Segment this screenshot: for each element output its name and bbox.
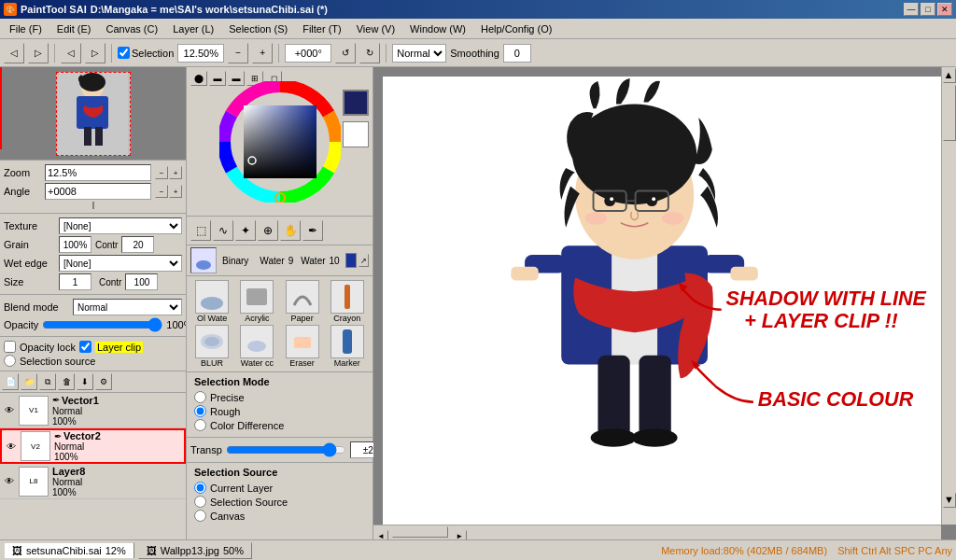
canvas-radio[interactable] (194, 510, 206, 522)
eyedropper-tool[interactable]: ✒ (302, 220, 323, 241)
brush-ol-water[interactable]: Ol Wate (190, 280, 233, 323)
tool-btn-2[interactable]: ▷ (28, 43, 49, 63)
selection-source-label: Selection source (20, 356, 95, 367)
layer-item-vector1[interactable]: 👁 V1 ✒ Vector1 Normal 100% (0, 393, 186, 428)
grain-contr-input[interactable] (121, 236, 154, 253)
menu-canvas[interactable]: Canvas (C) (99, 21, 166, 36)
tab-setsuna[interactable]: 🖼 setsunaChibi.sai 12% (4, 542, 134, 558)
new-folder-btn[interactable]: 📁 (21, 373, 37, 390)
zoom-inc-btn[interactable]: + (169, 166, 182, 179)
titlebar-left: 🎨 PaintTool SAI D:\Mangaka = me\SAI's wo… (4, 3, 328, 16)
scroll-thumb-h[interactable] (392, 526, 448, 538)
brush-expand-btn[interactable]: ↗ (358, 254, 369, 267)
contr-label: Contr (99, 277, 121, 287)
opacity-slider[interactable] (42, 317, 162, 332)
layer-eye-vector2[interactable]: 👁 (4, 439, 19, 454)
toolbar-separator-4 (386, 44, 387, 63)
precise-radio[interactable] (194, 391, 206, 403)
menu-filter[interactable]: Filter (T) (295, 21, 349, 36)
maximize-button[interactable]: □ (921, 3, 935, 16)
contr-input[interactable] (125, 273, 158, 290)
layer-delete-btn[interactable]: 🗑 (58, 373, 75, 390)
layer-opacity-vector2: 100% (54, 452, 101, 462)
magic-wand-tool[interactable]: ✦ (235, 220, 256, 241)
angle-inc-btn[interactable]: + (169, 185, 182, 198)
brush-crayon[interactable]: Crayon (326, 280, 369, 323)
zoom-plus-btn[interactable]: + (252, 43, 273, 63)
marquee-tool[interactable]: ⬚ (190, 220, 211, 241)
brush-acrylic[interactable]: Acrylic (235, 280, 278, 323)
opacity-lock-checkbox[interactable] (4, 341, 16, 353)
color-diff-radio[interactable] (194, 419, 206, 431)
selection-source-radio[interactable] (4, 355, 16, 367)
menu-edit[interactable]: Edit (E) (49, 21, 99, 36)
menu-help[interactable]: Help/Config (O) (473, 21, 559, 36)
tool-btn-4[interactable]: ▷ (85, 43, 105, 63)
canvas-content[interactable]: SHADOW WITH LINE + LAYER CLIP !! BASIC C… (383, 77, 941, 525)
size-input[interactable] (59, 273, 91, 290)
menu-selection[interactable]: Selection (S) (221, 21, 295, 36)
layer-settings-btn[interactable]: ⚙ (95, 373, 112, 390)
current-layer-radio[interactable] (194, 482, 206, 494)
scroll-up-btn[interactable]: ▲ (943, 68, 956, 83)
transp-slider[interactable] (226, 442, 346, 457)
smoothing-input[interactable] (503, 44, 531, 63)
mode-select[interactable]: Normal (392, 44, 446, 63)
sel-source-radio[interactable] (194, 496, 206, 508)
blend-mode-select[interactable]: Normal (73, 299, 182, 315)
wet-edge-select[interactable]: [None] (59, 255, 182, 272)
background-color[interactable] (343, 121, 369, 147)
brush-eraser[interactable]: Eraser (281, 325, 324, 368)
color-wheel-svg[interactable] (219, 81, 341, 203)
zoom-dec-btn[interactable]: − (155, 166, 168, 179)
brush-marker[interactable]: Marker (326, 325, 369, 368)
tab-wallpp[interactable]: 🖼 Wallpp13.jpg 50% (138, 542, 252, 559)
rough-radio[interactable] (194, 405, 206, 417)
angle-input[interactable] (285, 44, 331, 63)
hand-tool[interactable]: ✋ (280, 220, 301, 241)
brush-type-buttons: Binary Water 9 Water 10 (218, 256, 344, 266)
brush-paper[interactable]: Paper (281, 280, 324, 323)
rotate-ccw-btn[interactable]: ↺ (335, 43, 356, 63)
minimize-button[interactable]: — (904, 3, 919, 16)
menu-window[interactable]: Window (W) (402, 21, 473, 36)
tool-btn-3[interactable]: ◁ (61, 43, 81, 63)
color-wheel-btn[interactable]: ⬤ (190, 71, 207, 86)
close-button[interactable]: ✕ (937, 3, 952, 16)
brush-blur[interactable]: BLUR (190, 325, 233, 368)
selection-value-input[interactable] (177, 44, 224, 63)
tool-btn-1[interactable]: ◁ (4, 43, 24, 63)
layer-eye-layer8[interactable]: 👁 (2, 474, 17, 489)
new-layer-btn[interactable]: 📄 (2, 373, 19, 390)
canvas-row: Canvas (194, 510, 365, 522)
menu-layer[interactable]: Layer (L) (165, 21, 221, 36)
layer-clip-checkbox[interactable] (79, 341, 91, 353)
grain-value-input[interactable] (59, 236, 91, 253)
rotate-cw-btn[interactable]: ↻ (359, 43, 380, 63)
horizontal-scrollbar[interactable]: ◄ ► (373, 525, 941, 539)
layer-item-layer8[interactable]: 👁 L8 Layer8 Normal 100% (0, 464, 186, 499)
menu-view[interactable]: View (V) (349, 21, 402, 36)
layer-item-vector2[interactable]: 👁 V2 ✒ Vector2 Normal 100% (0, 428, 186, 464)
menu-file[interactable]: File (F) (2, 21, 49, 36)
scroll-left-btn[interactable]: ◄ (373, 530, 388, 540)
layer-mode-layer8: Normal (52, 477, 85, 487)
opacity-label: Opacity (4, 319, 38, 330)
zoom-minus-btn[interactable]: − (228, 43, 248, 63)
color-preview-small[interactable] (345, 253, 357, 268)
brush-water-cc[interactable]: Water cc (235, 325, 278, 368)
vertical-scrollbar[interactable]: ▲ ▼ (941, 67, 956, 525)
texture-select[interactable]: [None] (59, 217, 182, 234)
scroll-down-btn[interactable]: ▼ (943, 493, 956, 508)
texture-row: Texture [None] (4, 217, 182, 234)
lasso-tool[interactable]: ∿ (213, 220, 233, 241)
scroll-thumb-v[interactable] (943, 85, 956, 141)
layer-copy-btn[interactable]: ⧉ (39, 373, 56, 390)
selection-checkbox[interactable] (118, 47, 130, 59)
angle-dec-btn[interactable]: − (155, 185, 168, 198)
foreground-color[interactable] (343, 90, 369, 116)
layer-eye-vector1[interactable]: 👁 (2, 403, 17, 418)
layer-merge-btn[interactable]: ⬇ (77, 373, 93, 390)
scroll-right-btn[interactable]: ► (452, 530, 467, 540)
zoom-tool[interactable]: ⊕ (258, 220, 278, 241)
